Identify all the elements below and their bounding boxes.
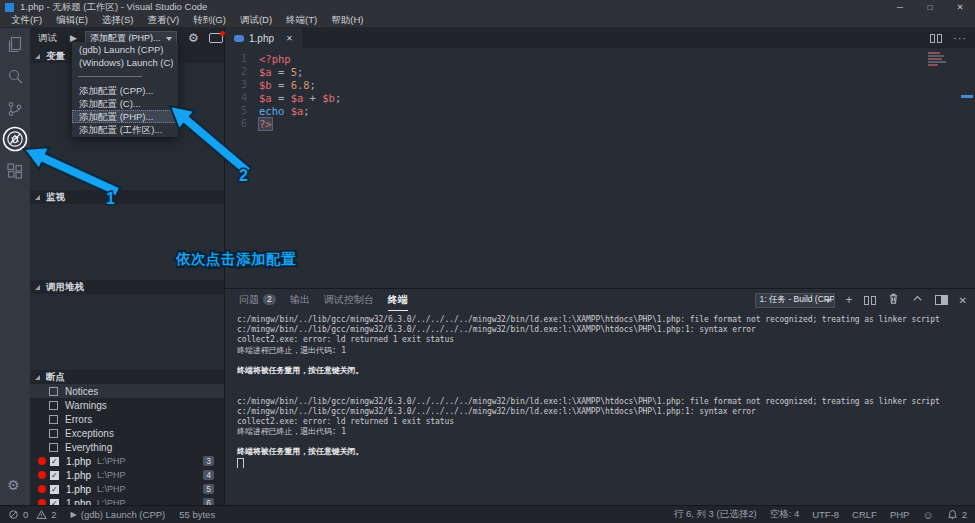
- checkbox-checked[interactable]: [50, 457, 59, 466]
- bell-icon: [947, 509, 958, 520]
- restore-button[interactable]: □: [915, 2, 945, 12]
- split-terminal-icon[interactable]: [864, 296, 876, 305]
- sidebar-title: 调试: [38, 32, 57, 45]
- split-editor-icon[interactable]: [930, 34, 942, 43]
- breakpoint-row[interactable]: 1.php L:\PHP 3: [30, 454, 224, 468]
- menu-item[interactable]: 文件(F): [4, 14, 49, 27]
- menu-item[interactable]: 转到(G): [186, 14, 233, 27]
- breakpoint-filter-row[interactable]: Everything: [30, 440, 224, 454]
- code-line[interactable]: 1 <?php: [225, 52, 975, 65]
- tab-1php[interactable]: 1.php ✕: [225, 28, 302, 48]
- code-line[interactable]: 3 $b = 6.8;: [225, 78, 975, 91]
- close-button[interactable]: ✕: [945, 2, 975, 12]
- configure-gear-icon[interactable]: ⚙: [188, 32, 199, 44]
- tab-close-icon[interactable]: ✕: [286, 34, 293, 43]
- notifications-bell[interactable]: 2: [947, 509, 967, 520]
- menu-item[interactable]: 调试(D): [233, 14, 279, 27]
- play-icon: ▶: [71, 510, 77, 519]
- breakpoint-filter-row[interactable]: Notices: [30, 384, 224, 398]
- config-dropdown-menu: (gdb) Launch (CPP)(Windows) Launch (C)添加…: [72, 42, 178, 137]
- checkbox-unchecked[interactable]: [49, 443, 58, 452]
- encoding-status[interactable]: UTF-8: [812, 509, 839, 520]
- checkbox-checked[interactable]: [50, 471, 59, 480]
- code-line[interactable]: 2 $a = 5;: [225, 65, 975, 78]
- minimize-button[interactable]: ─: [885, 2, 915, 12]
- config-menu-item[interactable]: 添加配置 (C)...: [72, 97, 178, 110]
- chevron-expanded-icon: [35, 195, 40, 200]
- checkbox-unchecked[interactable]: [49, 401, 58, 410]
- kill-terminal-icon[interactable]: [887, 291, 900, 309]
- breakpoint-row[interactable]: 1.php L:\PHP 6: [30, 496, 224, 505]
- menu-item[interactable]: 选择(S): [95, 14, 141, 27]
- menu-item[interactable]: 查看(V): [140, 14, 186, 27]
- debug-icon[interactable]: [6, 130, 24, 148]
- editor-group: 1.php ✕ ··· 1 <?php 2 $a = 5;: [225, 28, 975, 505]
- more-actions-icon[interactable]: ···: [953, 32, 967, 44]
- chevron-down-icon: [166, 37, 172, 41]
- checkbox-checked[interactable]: [50, 485, 59, 494]
- terminal-line: 终端进程已终止，退出代码: 1: [237, 427, 971, 437]
- minimap[interactable]: [900, 50, 970, 110]
- explorer-icon[interactable]: [6, 36, 24, 54]
- problems-status[interactable]: 0 2: [8, 509, 57, 520]
- terminal-line: [237, 437, 971, 447]
- config-menu-item[interactable]: 添加配置 (CPP)...: [72, 84, 178, 97]
- maximize-panel-icon[interactable]: [911, 291, 924, 309]
- terminal-line: [237, 376, 971, 386]
- breakpoint-filter-row[interactable]: Warnings: [30, 398, 224, 412]
- terminal-line: [237, 386, 971, 396]
- chevron-expanded-icon: [35, 375, 40, 380]
- new-terminal-icon[interactable]: +: [846, 293, 853, 307]
- extensions-icon[interactable]: [6, 162, 24, 180]
- section-header-watch[interactable]: 监视: [30, 191, 224, 204]
- code-line[interactable]: 4 $a = $a + $b;: [225, 91, 975, 104]
- checkbox-unchecked[interactable]: [49, 429, 58, 438]
- menu-item[interactable]: 编辑(E): [49, 14, 95, 27]
- bottom-panel: 问题 2 输出 调试控制台 终端: [225, 288, 975, 505]
- debug-console-icon[interactable]: [209, 33, 223, 43]
- code-editor[interactable]: 1 <?php 2 $a = 5; 3 $b = 6.8; 4 $a = $a …: [225, 48, 975, 288]
- search-icon[interactable]: [6, 68, 24, 86]
- close-panel-icon[interactable]: ✕: [959, 295, 967, 306]
- eol-status[interactable]: CRLF: [852, 509, 877, 520]
- config-menu-item[interactable]: 添加配置 (PHP)...: [72, 110, 178, 123]
- source-control-icon[interactable]: [6, 100, 24, 118]
- panel-tab[interactable]: 调试控制台: [324, 289, 374, 311]
- panel-tab[interactable]: 输出: [290, 289, 310, 311]
- terminal-line: collect2.exe: error: ld returned 1 exit …: [237, 335, 971, 345]
- line-number-badge: 4: [203, 470, 214, 480]
- watch-panel: [30, 204, 224, 280]
- config-menu-item[interactable]: [72, 69, 178, 84]
- line-number: 5: [225, 105, 259, 116]
- breakpoint-row[interactable]: 1.php L:\PHP 4: [30, 468, 224, 482]
- breakpoint-filter-row[interactable]: Exceptions: [30, 426, 224, 440]
- error-circle-icon: [8, 509, 19, 520]
- code-line[interactable]: 5 echo $a;: [225, 104, 975, 117]
- indentation-status[interactable]: 空格: 4: [770, 508, 800, 521]
- toggle-panel-layout-icon[interactable]: [935, 295, 948, 305]
- line-number-badge: 6: [203, 498, 214, 505]
- debug-launch-status[interactable]: ▶ (gdb) Launch (CPP): [71, 509, 166, 520]
- language-mode-status[interactable]: PHP: [890, 509, 910, 520]
- panel-tab[interactable]: 问题 2: [239, 289, 276, 311]
- config-menu-item[interactable]: (Windows) Launch (C): [72, 56, 178, 69]
- breakpoint-row[interactable]: 1.php L:\PHP 5: [30, 482, 224, 496]
- checkbox-unchecked[interactable]: [49, 387, 58, 396]
- section-header-breakpoints[interactable]: 断点: [30, 371, 224, 384]
- menu-item[interactable]: 终端(T): [279, 14, 324, 27]
- terminal-line: c:/mingw/bin/../lib/gcc/mingw32/6.3.0/..…: [237, 397, 971, 407]
- section-header-call-stack[interactable]: 调用堆栈: [30, 281, 224, 294]
- panel-tab[interactable]: 终端: [388, 289, 408, 311]
- config-menu-item[interactable]: 添加配置 (工作区)...: [72, 123, 178, 136]
- feedback-smiley-icon[interactable]: ☺: [922, 509, 933, 521]
- terminal-line: [237, 458, 971, 468]
- menu-item[interactable]: 帮助(H): [324, 14, 370, 27]
- code-line[interactable]: 6 ?>: [225, 117, 975, 130]
- manage-gear-icon[interactable]: ⚙: [7, 478, 20, 492]
- terminal-task-select[interactable]: 1: 任务 - Build (CPP): [755, 293, 835, 308]
- checkbox-unchecked[interactable]: [49, 415, 58, 424]
- config-menu-item[interactable]: (gdb) Launch (CPP): [72, 43, 178, 56]
- breakpoint-filter-row[interactable]: Errors: [30, 412, 224, 426]
- cursor-position-status[interactable]: 行 6, 列 3 (已选择2): [674, 508, 757, 521]
- terminal-output[interactable]: c:/mingw/bin/../lib/gcc/mingw32/6.3.0/..…: [237, 315, 971, 505]
